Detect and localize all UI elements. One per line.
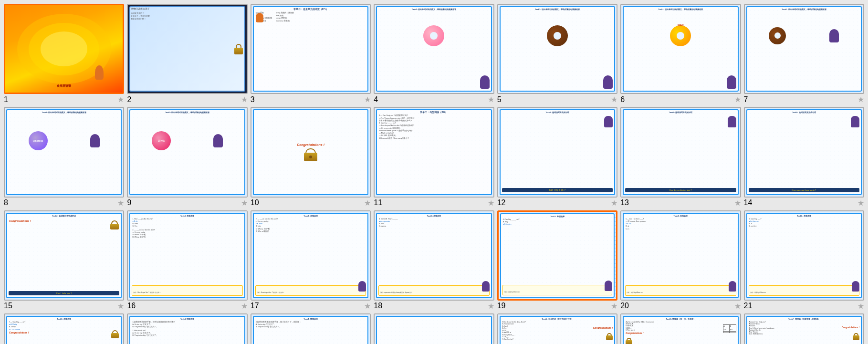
slide-23[interactable]: Task4: 情境选择 1.如果你想买新的手套，你可以说你好他们有没有？ A. … [127,313,247,344]
slide-11[interactable]: 学单二：句型训练（P76） 1.— Can I help you？你需要帮忙吗？… [374,107,494,197]
slide-8-label: 8 ★ [4,198,124,208]
slide-10-star: ★ [364,198,371,208]
slides-grid: 欢乐英语课 1 ★ 动物们该怎么说了 动词被关系的？ 之道这个，并且有的吧 都是… [0,0,868,344]
slide-3-label: 3 ★ [251,95,371,104]
slide-10-number: 10 [251,198,259,207]
slide-1[interactable]: 欢乐英语课 [4,4,124,94]
slide-wrapper-14: Task2: 选词填写并完成对话 How much are these pant… [744,107,864,207]
slide-13-label: 13 ★ [620,198,741,208]
slide-17[interactable]: Task3: 单项选择 2. — ___do you like this ski… [251,210,371,301]
slide-17-star: ★ [364,302,371,311]
slide-19-label: 19 ★ [497,302,617,311]
slide-wrapper-11: 学单二：句型训练（P76） 1.— Can I help you？你需要帮忙吗？… [374,107,494,207]
slide-8-number: 8 [4,198,8,207]
slide-wrapper-22: Task3: 单项选择 7.— Can I try ___ on? ● A. P… [4,313,124,344]
slide-wrapper-3: 学单二：这全单元的词汇（P71） glove 手套 scarf 围巾 sungl… [251,4,371,104]
slide-18[interactable]: Task3: 单项选择 3. It's $100. That's _____. … [374,210,494,301]
slide-3-number: 3 [251,95,255,104]
slide-10[interactable]: Congratulations ! [251,107,371,197]
slide-11-number: 11 [374,198,382,207]
slide-4-number: 4 [374,95,378,104]
slide-21-label: 21 ★ [744,302,864,311]
slide-wrapper-15: Task2: 选词填写并完成对话 Congratulations ! Can I… [4,210,124,311]
slide-15-label: 15 ★ [4,302,124,311]
slide-wrapper-28: Task7: 情境题（排读文章，听朗读） Assistant: Can I he… [744,313,864,344]
slide-28[interactable]: Task7: 情境题（排读文章，听朗读） Assistant: Can I he… [744,313,864,344]
slide-16[interactable]: Task3: 单项选择 1. How ___you like this hat?… [127,210,247,301]
slide-wrapper-26: Task5: 补全对话（在下列词汇下文） M: like do you like… [497,313,617,344]
slide-1-number: 1 [4,95,8,104]
slide-1-label: 1 ★ [4,95,124,104]
slide-6-star: ★ [734,95,741,104]
slide-13-star: ★ [734,198,741,208]
slide-wrapper-10: Congratulations ! 10 ★ [251,107,371,207]
slide-14[interactable]: Task2: 选词填写并完成对话 How much are these pant… [744,107,864,197]
slide-8-star: ★ [117,198,124,208]
slide-wrapper-2: 动物们该怎么说了 动词被关系的？ 之道这个，并且有的吧 都是这些你们啊！ 2 ★ [127,4,247,104]
slide-9[interactable]: Task1: 说出单词对应的图文，帮助的警犯电视频道管 花衬衣 [127,107,247,197]
slide-6-number: 6 [620,95,625,104]
slide-21[interactable]: Task3: 单项选择 6. Can I try ___? ● A. them … [744,210,864,301]
slide-21-star: ★ [858,302,864,311]
slide-14-number: 14 [744,198,753,207]
slide-3[interactable]: 学单二：这全单元的词汇（P71） glove 手套 scarf 围巾 sungl… [251,4,371,94]
slide-6[interactable]: Task1: 说出单词对应的图文，帮助的警犯电视频道管 glove [620,4,741,94]
slide-7-label: 7 ★ [744,95,864,104]
slide-7-star: ★ [858,95,864,104]
slide-2[interactable]: 动物们该怎么说了 动词被关系的？ 之道这个，并且有的吧 都是这些你们啊！ [127,4,247,94]
slide-25[interactable]: 3.如 Congratulations ! [374,313,494,344]
slide-26[interactable]: Task5: 补全对话（在下列词汇下文） M: like do you like… [497,313,617,344]
slide-2-number: 2 [127,95,131,104]
slide-24[interactable]: Task4: 情境选择 3.如果你有不喜欢他新手套，他小太大？了，你回说： A.… [251,313,371,344]
slide-18-label: 18 ★ [374,302,494,311]
slide-19-star: ★ [611,302,617,311]
slide-18-star: ★ [488,302,494,311]
slide-11-label: 11 ★ [374,198,494,208]
slide-5[interactable]: Task1: 说出单词对应的图文，帮助的警犯电视频道管 [497,4,617,94]
slide-wrapper-8: Task1: 说出单词对应的图文，帮助的警犯电视频道管 umbrella 8 ★ [4,107,124,207]
slide-4[interactable]: Task1: 说出单词对应的图文，帮助的警犯电视频道管 [374,4,494,94]
slide-wrapper-19: Task3: 单项选择 4. Can I try _____ on? A. th… [497,210,617,311]
slide-5-label: 5 ★ [497,95,617,104]
slide-17-label: 17 ★ [251,302,371,311]
slide-wrapper-1: 欢乐英语课 1 ★ [4,4,124,104]
slide-wrapper-23: Task4: 情境选择 1.如果你想买新的手套，你可以说你好他们有没有？ A. … [127,313,247,344]
slide-1-title: 欢乐英语课 [5,84,123,88]
slide-wrapper-18: Task3: 单项选择 3. It's $100. That's _____. … [374,210,494,311]
slide-6-label: 6 ★ [620,95,741,104]
slide-wrapper-4: Task1: 说出单词对应的图文，帮助的警犯电视频道管 4 ★ [374,4,494,104]
slide-10-congrats: Congratulations ! [297,143,324,146]
slide-7[interactable]: Task1: 说出单词对应的图文，帮助的警犯电视频道管 [744,4,864,94]
slide-9-number: 9 [127,198,131,207]
slide-27[interactable]: Task6: 情境题（排一排，先选择） Any hat（hat A $30/ha… [620,313,741,344]
slide-11-star: ★ [488,198,494,208]
slide-16-label: 16 ★ [127,302,247,311]
slide-19[interactable]: Task3: 单项选择 4. Can I try _____ on? A. th… [497,210,617,301]
slide-9-label: 9 ★ [127,198,247,208]
slide-wrapper-24: Task4: 情境选择 3.如果你有不喜欢他新手套，他小太大？了，你回说： A.… [251,313,371,344]
slide-15-number: 15 [4,302,12,310]
slide-4-label: 4 ★ [374,95,494,104]
slide-wrapper-16: Task3: 单项选择 1. How ___you like this hat?… [127,210,247,311]
slide-wrapper-9: Task1: 说出单词对应的图文，帮助的警犯电视频道管 花衬衣 9 ★ [127,107,247,207]
slide-2-label: 2 ★ [127,95,247,104]
slide-8[interactable]: Task1: 说出单词对应的图文，帮助的警犯电视频道管 umbrella [4,107,124,197]
slide-22[interactable]: Task3: 单项选择 7.— Can I try ___ on? ● A. P… [4,313,124,344]
slide-12-number: 12 [497,198,506,207]
slide-20[interactable]: Task3: 单项选择 5.— Can I try them ___? — Of… [620,210,741,301]
slide-wrapper-7: Task1: 说出单词对应的图文，帮助的警犯电视频道管 7 ★ [744,4,864,104]
slide-12[interactable]: Task2: 选词填写并完成对话 Can I try it on ? [497,107,617,197]
slide-wrapper-20: Task3: 单项选择 5.— Can I try them ___? — Of… [620,210,741,311]
slide-13[interactable]: Task2: 选词填写并完成对话 How do you like this sk… [620,107,741,197]
slide-9-star: ★ [241,198,248,208]
slide-15[interactable]: Task2: 选词填写并完成对话 Congratulations ! Can I… [4,210,124,301]
slide-12-label: 12 ★ [497,198,617,208]
slide-5-star: ★ [611,95,617,104]
slide-19-number: 19 [497,302,506,310]
slide-wrapper-6: Task1: 说出单词对应的图文，帮助的警犯电视频道管 glove 6 ★ [620,4,741,104]
slide-4-star: ★ [488,95,494,104]
slide-16-number: 16 [127,302,136,310]
slide-3-star: ★ [364,95,371,104]
slide-wrapper-21: Task3: 单项选择 6. Can I try ___? ● A. them … [744,210,864,311]
slide-7-number: 7 [744,95,748,104]
